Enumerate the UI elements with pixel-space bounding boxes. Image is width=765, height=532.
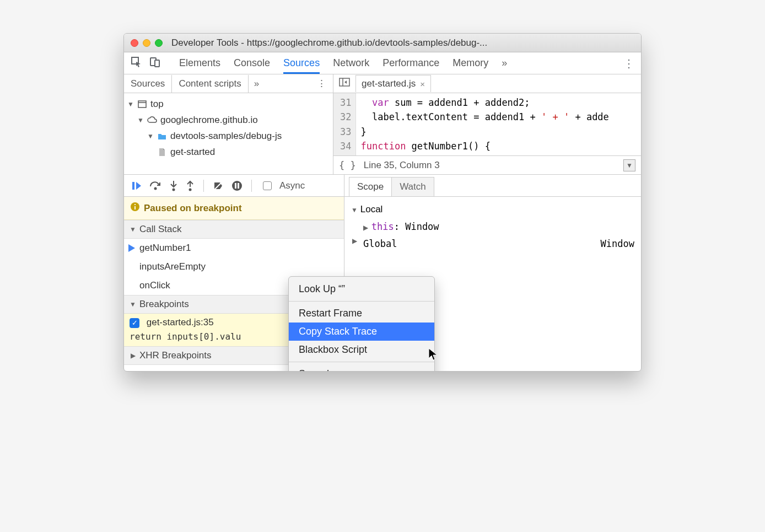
tree-folder-label: devtools-samples/debug-js: [170, 128, 282, 144]
resume-icon[interactable]: [131, 180, 142, 191]
navtab-sources[interactable]: Sources: [124, 75, 172, 93]
cloud-icon: [147, 115, 157, 125]
scope-this-value: Window: [405, 221, 439, 232]
toggle-navigator-icon[interactable]: [333, 78, 355, 89]
svg-rect-2: [155, 60, 159, 67]
file-tab-get-started[interactable]: get-started.js ×: [355, 75, 431, 92]
svg-rect-17: [134, 204, 136, 205]
tree-top[interactable]: top: [127, 96, 330, 112]
svg-rect-7: [132, 182, 134, 190]
folder-icon: [157, 131, 167, 141]
menu-blackbox-script[interactable]: Blackbox Script: [289, 341, 434, 359]
scope-global-row[interactable]: Global Window: [351, 235, 634, 252]
navtab-more-icon[interactable]: »: [249, 78, 265, 89]
callstack-header[interactable]: Call Stack: [124, 220, 344, 239]
menu-lookup[interactable]: Look Up “”: [289, 280, 434, 298]
menu-speech[interactable]: Speech ▶: [289, 365, 434, 372]
tree-file[interactable]: get-started: [127, 144, 330, 160]
code-lines: var sum = addend1 + addend2; label.textC…: [356, 93, 613, 155]
breakpoint-checkbox[interactable]: ✓: [130, 318, 139, 328]
pause-banner-text: Paused on breakpoint: [144, 203, 242, 214]
deactivate-breakpoints-icon[interactable]: [213, 180, 224, 191]
close-window-button[interactable]: [131, 39, 138, 47]
tree-file-label: get-started: [170, 144, 215, 160]
breakpoints-title: Breakpoints: [139, 299, 189, 310]
minimize-window-button[interactable]: [143, 39, 150, 47]
more-tabs-icon[interactable]: »: [502, 57, 507, 69]
file-tab-label: get-started.js: [362, 78, 416, 89]
step-into-icon[interactable]: [169, 180, 178, 191]
frame-icon: [137, 99, 147, 109]
stack-frame-inputsAreEmpty[interactable]: inputsAreEmpty: [124, 257, 344, 276]
svg-point-9: [173, 188, 175, 191]
inspect-element-icon[interactable]: [131, 56, 142, 70]
maximize-window-button[interactable]: [155, 39, 163, 47]
async-checkbox[interactable]: [263, 181, 272, 190]
tree-folder[interactable]: devtools-samples/debug-js: [127, 128, 330, 144]
file-tree: top googlechrome.github.io devtools-samp…: [124, 93, 333, 174]
menu-restart-frame[interactable]: Restart Frame: [289, 304, 434, 323]
scope-global-label: Global: [363, 235, 397, 252]
editor-menu-icon[interactable]: ▼: [623, 159, 635, 171]
stack-frame-getNumber1[interactable]: getNumber1: [124, 239, 344, 257]
tab-elements[interactable]: Elements: [179, 53, 220, 73]
code-editor[interactable]: 31323334 var sum = addend1 + addend2; la…: [333, 93, 641, 155]
editor-tabs: get-started.js ×: [333, 74, 641, 93]
info-icon: [131, 202, 139, 214]
navtab-content-scripts[interactable]: Content scripts: [172, 75, 248, 93]
editor-status-bar: { } Line 35, Column 3 ▼: [333, 155, 641, 174]
tab-console[interactable]: Console: [234, 53, 270, 73]
svg-point-12: [232, 181, 242, 191]
traffic-lights: [131, 39, 163, 47]
tab-memory[interactable]: Memory: [452, 53, 488, 73]
svg-point-10: [189, 188, 192, 191]
pause-on-exceptions-icon[interactable]: [231, 180, 243, 191]
chevron-down-icon: [137, 115, 144, 126]
scope-global-value: Window: [601, 235, 634, 252]
main-tabbar: Elements Console Sources Network Perform…: [124, 52, 641, 74]
pretty-print-icon[interactable]: { }: [339, 160, 356, 171]
tree-domain-label: googlechrome.github.io: [160, 112, 258, 128]
navtab-kebab-icon[interactable]: ⋮: [310, 78, 333, 89]
tree-domain[interactable]: googlechrome.github.io: [127, 112, 330, 128]
context-menu: Look Up “” Restart Frame Copy Stack Trac…: [288, 276, 435, 372]
scope-this-key: this: [371, 221, 394, 232]
device-toolbar-icon[interactable]: [149, 56, 160, 70]
breakpoint-label: get-started.js:35: [147, 317, 214, 327]
tree-top-label: top: [150, 96, 164, 112]
debugger-controls: Async: [124, 175, 344, 197]
tab-scope[interactable]: Scope: [349, 177, 392, 196]
tab-watch[interactable]: Watch: [391, 177, 434, 196]
cursor-position: Line 35, Column 3: [364, 160, 440, 171]
window-titlebar: Developer Tools - https://googlechrome.g…: [124, 34, 641, 52]
navigator-pane: Sources Content scripts » ⋮ top: [124, 74, 333, 174]
window-title: Developer Tools - https://googlechrome.g…: [171, 37, 634, 49]
tab-network[interactable]: Network: [333, 53, 369, 73]
scope-body: Local this: Window Global Window: [344, 197, 641, 257]
chevron-right-icon: [362, 222, 369, 234]
menu-copy-stack-trace[interactable]: Copy Stack Trace: [289, 323, 434, 341]
svg-rect-16: [134, 206, 136, 209]
navigator-tabs: Sources Content scripts » ⋮: [124, 74, 333, 93]
stack-frame-label: inputsAreEmpty: [139, 261, 206, 272]
tab-performance[interactable]: Performance: [382, 53, 439, 73]
file-icon: [157, 147, 167, 157]
chevron-right-icon: [130, 352, 136, 359]
editor-pane: get-started.js × 31323334 var sum = adde…: [333, 74, 641, 174]
svg-point-8: [154, 187, 157, 190]
svg-rect-13: [235, 183, 236, 189]
step-out-icon[interactable]: [186, 180, 195, 191]
async-label: Async: [279, 180, 305, 191]
menu-separator: [289, 301, 434, 302]
scope-this-row[interactable]: this: Window: [351, 218, 634, 236]
chevron-right-icon: [351, 235, 358, 252]
chevron-down-icon: [130, 300, 136, 308]
svg-rect-3: [138, 101, 146, 108]
settings-kebab-icon[interactable]: ⋮: [623, 57, 634, 70]
close-tab-icon[interactable]: ×: [420, 79, 425, 89]
chevron-down-icon: [147, 131, 154, 142]
tab-sources[interactable]: Sources: [283, 53, 320, 74]
step-over-icon[interactable]: [149, 181, 161, 191]
body-panes: Sources Content scripts » ⋮ top: [124, 74, 641, 175]
scope-local-row[interactable]: Local: [351, 201, 634, 218]
